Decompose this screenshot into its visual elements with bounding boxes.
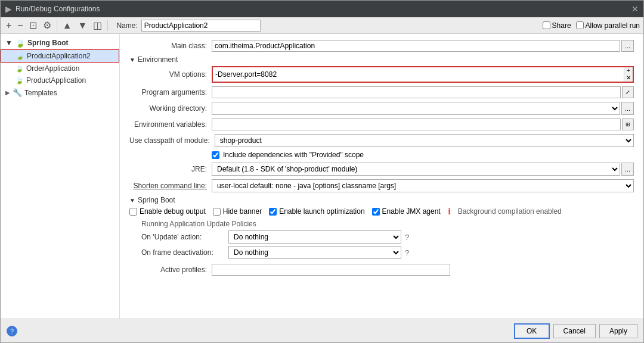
spring-boot-group-header[interactable]: ▼ 🍃 Spring Boot — [1, 36, 119, 49]
hide-banner-label[interactable]: Hide banner — [213, 207, 262, 216]
move-to-folder-button[interactable]: ◫ — [91, 19, 104, 32]
sidebar: ▼ 🍃 Spring Boot 🍃 ProductApplication2 🍃 … — [1, 34, 120, 319]
include-deps-row: Include dependencies with "Provided" sco… — [212, 151, 634, 159]
classpath-row: Use classpath of module: shop-product — [129, 134, 634, 147]
enable-launch-label[interactable]: Enable launch optimization — [269, 207, 364, 216]
sidebar-item-order-app[interactable]: 🍃 OrderApplication — [1, 63, 119, 74]
name-label: Name: — [116, 21, 137, 30]
on-update-row: On 'Update' action: Do nothing Update cl… — [141, 230, 634, 244]
on-frame-help-icon[interactable]: ? — [405, 248, 409, 257]
vm-collapse-button[interactable]: ✕ — [624, 74, 633, 82]
shorten-cmd-select[interactable]: user-local default: none - java [options… — [212, 179, 634, 192]
spring-boot-checkboxes: Enable debug output Hide banner Enable l… — [129, 207, 634, 216]
copy-config-button[interactable]: ⊡ — [27, 19, 39, 32]
app2-icon: 🍃 — [16, 52, 24, 60]
policies-title: Running Application Update Policies — [141, 220, 634, 228]
main-class-input[interactable] — [212, 40, 620, 52]
jre-label: JRE: — [129, 165, 207, 173]
active-profiles-label: Active profiles: — [129, 266, 207, 274]
add-config-button[interactable]: + — [4, 20, 13, 32]
spring-boot-section-label: Spring Boot — [138, 196, 175, 204]
env-vars-input[interactable] — [212, 119, 621, 130]
on-update-select[interactable]: Do nothing Update classes and resources … — [228, 230, 401, 244]
title-bar: ▶ Run/Debug Configurations ✕ — [1, 1, 643, 17]
templates-icon: 🔧 — [13, 88, 22, 97]
working-dir-browse-button[interactable]: ... — [621, 102, 634, 115]
product-app-icon: 🍃 — [15, 76, 24, 85]
main-class-browse-button[interactable]: ... — [621, 40, 634, 52]
on-update-help-icon[interactable]: ? — [405, 233, 409, 242]
working-dir-row: Working directory: ... — [129, 102, 634, 115]
jre-browse-button[interactable]: ... — [621, 163, 634, 176]
main-class-field-group: ... — [212, 40, 634, 52]
active-profiles-row: Active profiles: — [129, 264, 634, 276]
spring-boot-group: ▼ 🍃 Spring Boot 🍃 ProductApplication2 🍃 … — [1, 36, 119, 86]
active-profiles-input[interactable] — [212, 264, 450, 276]
hide-banner-checkbox[interactable] — [213, 208, 221, 216]
on-update-label: On 'Update' action: — [141, 233, 225, 241]
enable-jmx-label[interactable]: Enable JMX agent — [372, 207, 441, 216]
enable-launch-checkbox[interactable] — [269, 208, 277, 216]
enable-debug-checkbox[interactable] — [129, 208, 137, 216]
enable-debug-label[interactable]: Enable debug output — [129, 207, 206, 216]
sidebar-item-product-app2[interactable]: 🍃 ProductApplication2 — [1, 49, 119, 63]
program-args-expand-button[interactable]: ⤢ — [622, 86, 634, 98]
parallel-checkbox-label[interactable]: Allow parallel run — [576, 21, 640, 30]
parallel-checkbox[interactable] — [576, 21, 584, 29]
spring-boot-label: Spring Boot — [27, 39, 69, 47]
name-field-group: Name: — [116, 20, 260, 32]
sidebar-item-templates[interactable]: ▶ 🔧 Templates — [1, 86, 119, 99]
share-checkbox-label[interactable]: Share — [543, 21, 571, 30]
jre-group: Default (1.8 - SDK of 'shop-product' mod… — [212, 163, 634, 176]
include-deps-label: Include dependencies with "Provided" sco… — [223, 151, 364, 159]
toolbar-separator — [57, 20, 57, 31]
enable-jmx-checkbox[interactable] — [372, 208, 380, 216]
working-dir-select[interactable] — [212, 102, 620, 115]
sidebar-item-product-app[interactable]: 🍃 ProductApplication — [1, 74, 119, 86]
jre-select[interactable]: Default (1.8 - SDK of 'shop-product' mod… — [212, 163, 620, 176]
program-args-input[interactable] — [212, 86, 621, 98]
config-name-input[interactable] — [141, 20, 261, 32]
templates-label: Templates — [24, 89, 57, 97]
share-checkbox[interactable] — [543, 21, 550, 29]
shorten-cmd-row: Shorten command line: user-local default… — [129, 179, 634, 192]
form-panel: Main class: ... ▼ Environment VM options… — [120, 34, 643, 319]
main-class-row: Main class: ... — [129, 40, 634, 52]
vm-expand-button[interactable]: + — [624, 67, 633, 74]
on-frame-row: On frame deactivation: Do nothing Update… — [141, 246, 634, 259]
remove-config-button[interactable]: − — [16, 20, 24, 32]
env-vars-group: ⊞ — [212, 119, 634, 130]
vm-options-buttons: + ✕ — [624, 67, 633, 82]
include-deps-checkbox[interactable] — [212, 151, 219, 159]
vm-options-input[interactable] — [213, 69, 624, 80]
spring-boot-arrow-icon[interactable]: ▼ — [129, 197, 135, 204]
apply-button[interactable]: Apply — [599, 324, 637, 338]
program-args-row: Program arguments: ⤢ — [129, 86, 634, 98]
share-options: Share Allow parallel run — [543, 21, 640, 30]
move-down-button[interactable]: ▼ — [76, 20, 89, 32]
settings-button[interactable]: ⚙ — [41, 19, 53, 32]
templates-arrow-icon: ▶ — [5, 89, 10, 96]
close-button[interactable]: ✕ — [631, 4, 639, 14]
jre-row: JRE: Default (1.8 - SDK of 'shop-product… — [129, 163, 634, 176]
env-vars-label: Environment variables: — [129, 120, 207, 129]
vm-options-label: VM options: — [129, 70, 207, 79]
spring-boot-section: ▼ Spring Boot Enable debug output Hide b… — [129, 196, 634, 276]
working-dir-label: Working directory: — [129, 104, 207, 113]
window-icon: ▶ — [5, 4, 12, 14]
policies-section: Running Application Update Policies On '… — [129, 220, 634, 259]
bg-compilation-label: Background compilation enabled — [458, 207, 562, 216]
order-app-icon: 🍃 — [15, 64, 24, 73]
environment-label: Environment — [138, 55, 178, 64]
move-up-button[interactable]: ▲ — [61, 20, 74, 32]
env-arrow-icon[interactable]: ▼ — [129, 57, 135, 63]
working-dir-group: ... — [212, 102, 634, 115]
product-app-label: ProductApplication — [26, 76, 86, 85]
on-frame-select[interactable]: Do nothing Update classes and resources … — [228, 246, 401, 259]
classpath-select[interactable]: shop-product — [215, 134, 634, 147]
env-vars-browse-button[interactable]: ⊞ — [622, 119, 634, 130]
help-button[interactable]: ? — [7, 326, 17, 336]
ok-button[interactable]: OK — [514, 323, 550, 339]
main-class-label: Main class: — [129, 42, 207, 50]
cancel-button[interactable]: Cancel — [553, 324, 596, 338]
